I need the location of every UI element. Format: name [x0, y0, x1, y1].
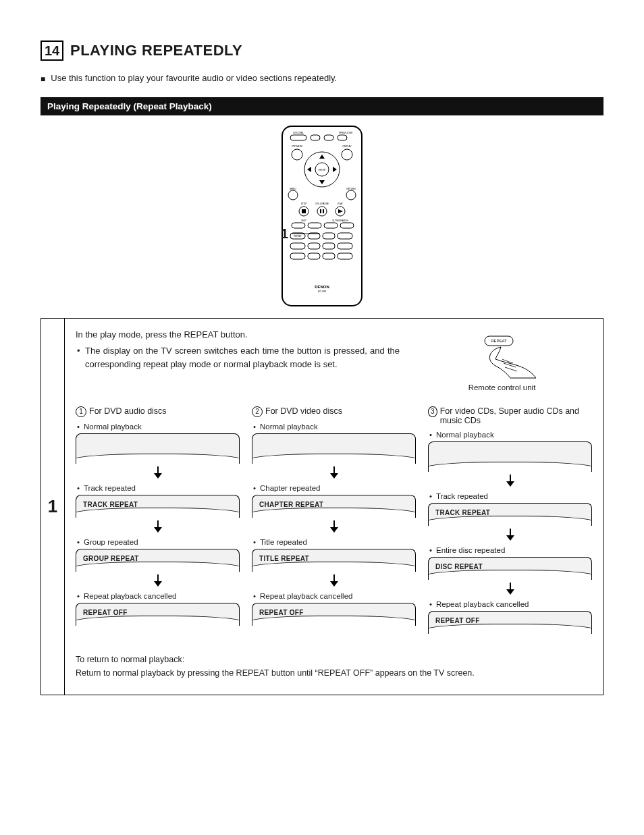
state-sequence: Normal playbackChapter repeatedCHAPTER R… — [252, 423, 416, 626]
state-sequence: Normal playbackTrack repeatedTRACK REPEA… — [428, 431, 592, 634]
svg-text:RC-993: RC-993 — [318, 290, 326, 293]
return-body: Return to normal playback by pressing th… — [76, 666, 592, 680]
down-arrow-icon — [76, 520, 240, 534]
down-arrow-icon — [428, 529, 592, 542]
section-title: PLAYING REPEATEDLY — [70, 42, 242, 59]
down-arrow-icon — [428, 583, 592, 596]
remote-callout-number: 1 — [281, 226, 288, 242]
svg-text:SLOW/SEARCH: SLOW/SEARCH — [332, 219, 348, 222]
svg-text:PLAY: PLAY — [338, 203, 344, 205]
hand-press-icon: REPEAT — [462, 332, 543, 379]
state-label: Chapter repeated — [260, 484, 416, 492]
subheading-bar: Playing Repeatedly (Repeat Playback) — [41, 97, 603, 115]
mode-column: 2For DVD video discsNormal playbackChapt… — [252, 406, 416, 634]
section-intro: ■ Use this function to play your favouri… — [41, 73, 603, 85]
svg-text:NTSC/PAL: NTSC/PAL — [293, 132, 304, 134]
svg-rect-22 — [302, 209, 306, 213]
circled-number-icon: 2 — [252, 406, 263, 417]
osd-bubble: REPEAT OFF — [76, 603, 240, 626]
column-title-text: For video CDs, Super audio CDs and music… — [440, 406, 592, 425]
down-arrow-icon — [76, 466, 240, 480]
osd-bubble — [428, 441, 592, 472]
remote-icon: NTSC/PALOPEN/CLOSE TOP MENUDISPLAY ENTER… — [278, 125, 366, 307]
hand-illustration: REPEAT Remote control unit — [412, 332, 592, 392]
down-arrow-icon — [428, 475, 592, 488]
state-label: Repeat playback cancelled — [260, 592, 416, 600]
osd-bubble — [252, 433, 416, 464]
circled-number-icon: 1 — [76, 406, 86, 417]
down-arrow-icon — [252, 574, 416, 588]
osd-bubble: GROUP REPEAT — [76, 549, 240, 572]
svg-text:RETURN: RETURN — [346, 188, 356, 190]
state-label: Repeat playback cancelled — [84, 592, 240, 600]
square-bullet-icon: ■ — [41, 73, 45, 85]
return-note: To return to normal playback: Return to … — [76, 653, 592, 680]
state-label: Track repeated — [436, 492, 592, 500]
state-sequence: Normal playbackTrack repeatedTRACK REPEA… — [76, 423, 240, 626]
state-label: Normal playback — [84, 423, 240, 431]
svg-text:MENU: MENU — [290, 188, 296, 190]
step-lead: In the play mode, press the REPEAT butto… — [76, 328, 400, 342]
remote-brand: DENON — [315, 285, 329, 289]
step-number: 1 — [41, 319, 65, 695]
return-title: To return to normal playback: — [76, 653, 592, 666]
column-title-text: For DVD audio discs — [89, 406, 167, 417]
svg-text:ENTER: ENTER — [319, 169, 326, 171]
svg-text:OPEN/CLOSE: OPEN/CLOSE — [339, 132, 353, 134]
state-label: Group repeated — [84, 538, 240, 546]
hand-button-label: REPEAT — [491, 339, 507, 343]
osd-bubble: TRACK REPEAT — [76, 495, 240, 518]
remote-callout: 1 — [281, 226, 319, 242]
svg-text:STOP: STOP — [301, 203, 307, 205]
state-label: Normal playback — [436, 431, 592, 439]
state-label: Entire disc repeated — [436, 546, 592, 554]
mode-column: 3For video CDs, Super audio CDs and musi… — [428, 406, 592, 634]
state-label: Track repeated — [84, 484, 240, 492]
svg-rect-24 — [320, 209, 321, 213]
step-box: 1 In the play mode, press the REPEAT but… — [41, 318, 603, 695]
osd-bubble — [76, 433, 240, 464]
down-arrow-icon — [252, 466, 416, 480]
mode-columns: 1For DVD audio discsNormal playbackTrack… — [76, 406, 592, 634]
down-arrow-icon — [76, 574, 240, 588]
circled-number-icon: 3 — [428, 406, 437, 417]
svg-text:DISPLAY: DISPLAY — [342, 145, 352, 148]
column-title: 3For video CDs, Super audio CDs and musi… — [428, 406, 592, 425]
svg-rect-25 — [323, 209, 324, 213]
section-number: 14 — [41, 41, 63, 61]
svg-text:TOP MENU: TOP MENU — [292, 145, 303, 148]
state-label: Repeat playback cancelled — [436, 600, 592, 608]
svg-text:STILL/PAUSE: STILL/PAUSE — [315, 203, 329, 205]
down-arrow-icon — [252, 520, 416, 534]
section-heading: 14 PLAYING REPEATEDLY — [41, 41, 603, 61]
osd-bubble: CHAPTER REPEAT — [252, 495, 416, 518]
step-lead-detail: The display on the TV screen switches ea… — [76, 344, 400, 371]
state-label: Normal playback — [260, 423, 416, 431]
callout-line-icon — [292, 234, 319, 234]
osd-bubble: TRACK REPEAT — [428, 503, 592, 526]
state-label: Title repeated — [260, 538, 416, 546]
column-title-text: For DVD video discs — [265, 406, 342, 417]
column-title: 1For DVD audio discs — [76, 406, 240, 417]
remote-illustration: 1 NTSC/PALOPEN/CLOSE TOP MENUDISPLAY ENT… — [41, 125, 603, 307]
intro-text: Use this function to play your favourite… — [51, 73, 337, 83]
osd-bubble: REPEAT OFF — [428, 611, 592, 634]
osd-bubble: REPEAT OFF — [252, 603, 416, 626]
svg-text:SKIP: SKIP — [301, 219, 306, 222]
column-title: 2For DVD video discs — [252, 406, 416, 417]
osd-bubble: TITLE REPEAT — [252, 549, 416, 572]
hand-caption: Remote control unit — [468, 383, 536, 392]
osd-bubble: DISC REPEAT — [428, 557, 592, 580]
mode-column: 1For DVD audio discsNormal playbackTrack… — [76, 406, 240, 634]
